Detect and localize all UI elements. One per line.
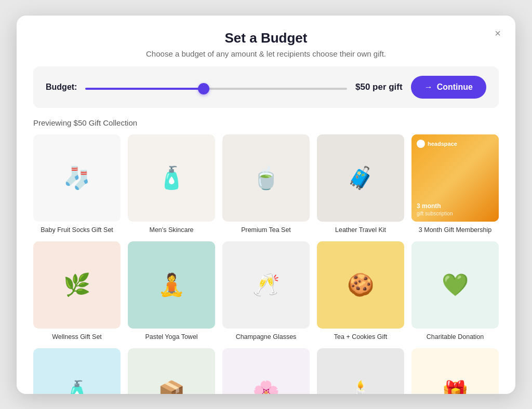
headspace-card: headspace 3 month gift subscription	[411, 134, 499, 222]
gift-label-baby-socks: Baby Fruit Socks Gift Set	[41, 226, 113, 234]
gift-item-baby-socks[interactable]: 🧦Baby Fruit Socks Gift Set	[33, 134, 121, 234]
gift-label-premium-tea: Premium Tea Set	[241, 226, 291, 234]
gift-icon-row3b: 📦	[158, 379, 185, 394]
gift-icon-baby-socks: 🧦	[63, 165, 90, 190]
gift-image-row3c: 🌸	[222, 348, 310, 394]
headspace-brand: headspace	[428, 141, 457, 147]
gift-item-row3a[interactable]: 🧴	[33, 348, 121, 394]
gift-icon-row3a: 🧴	[63, 379, 90, 394]
gift-item-leather-travel[interactable]: 🧳Leather Travel Kit	[317, 134, 404, 234]
headspace-type: gift subscription	[417, 211, 494, 216]
continue-button[interactable]: → Continue	[411, 76, 486, 99]
collection-section: Previewing $50 Gift Collection 🧦Baby Fru…	[17, 118, 515, 394]
gift-label-wellness: Wellness Gift Set	[52, 333, 102, 341]
gift-image-row3e: 🎁	[411, 348, 499, 394]
gift-image-yoga-towel: 🧘	[128, 241, 215, 329]
gift-item-champagne[interactable]: 🥂Champagne Glasses	[222, 241, 310, 341]
modal: Set a Budget Choose a budget of any amou…	[17, 16, 515, 394]
gift-label-champagne: Champagne Glasses	[236, 333, 297, 341]
gift-image-tea-cookies: 🍪	[317, 241, 404, 329]
gift-item-mens-skincare[interactable]: 🧴Men's Skincare	[128, 134, 215, 234]
gift-image-row3b: 📦	[128, 348, 215, 394]
gift-image-baby-socks: 🧦	[33, 134, 121, 222]
gift-label-tea-cookies: Tea + Cookies Gift	[334, 333, 387, 341]
continue-label: Continue	[437, 83, 473, 92]
gift-item-row3b[interactable]: 📦	[128, 348, 215, 394]
gift-image-mens-skincare: 🧴	[128, 134, 215, 222]
gift-icon-row3c: 🌸	[252, 379, 280, 394]
gift-label-charity: Charitable Donation	[427, 333, 484, 341]
gift-label-mens-skincare: Men's Skincare	[149, 226, 193, 234]
gift-label-yoga-towel: Pastel Yoga Towel	[145, 333, 197, 341]
gift-item-tea-cookies[interactable]: 🍪Tea + Cookies Gift	[317, 241, 404, 341]
gift-item-charity[interactable]: 💚Charitable Donation	[411, 241, 499, 341]
budget-amount: $50 per gift	[355, 82, 403, 92]
gift-image-wellness: 🌿	[33, 241, 121, 329]
close-button[interactable]: ×	[495, 28, 501, 38]
gift-icon-mens-skincare: 🧴	[158, 165, 185, 190]
budget-bar: Budget: $50 per gift → Continue	[33, 66, 499, 108]
gift-image-leather-travel: 🧳	[317, 134, 404, 222]
gift-icon-yoga-towel: 🧘	[158, 272, 185, 297]
gift-icon-premium-tea: 🍵	[252, 165, 280, 190]
headspace-duration: 3 month	[417, 202, 494, 211]
gift-image-row3d: 🕯️	[317, 348, 404, 394]
gift-icon-row3d: 🕯️	[347, 379, 374, 394]
gift-label-leather-travel: Leather Travel Kit	[335, 226, 386, 234]
modal-title: Set a Budget	[33, 30, 499, 46]
gift-image-champagne: 🥂	[222, 241, 310, 329]
gift-icon-tea-cookies: 🍪	[347, 272, 374, 297]
gift-image-row3a: 🧴	[33, 348, 121, 394]
slider-container	[85, 83, 347, 92]
modal-header: Set a Budget Choose a budget of any amou…	[17, 16, 515, 66]
gift-item-wellness[interactable]: 🌿Wellness Gift Set	[33, 241, 121, 341]
budget-slider[interactable]	[85, 88, 347, 90]
modal-wrapper: Set a Budget Choose a budget of any amou…	[0, 0, 532, 409]
headspace-logo: headspace	[417, 140, 457, 148]
gift-item-row3c[interactable]: 🌸	[222, 348, 310, 394]
gift-image-premium-tea: 🍵	[222, 134, 310, 222]
gift-item-headspace[interactable]: headspace 3 month gift subscription 3 Mo…	[411, 134, 499, 234]
gift-item-premium-tea[interactable]: 🍵Premium Tea Set	[222, 134, 310, 234]
gift-item-row3d[interactable]: 🕯️	[317, 348, 404, 394]
collection-title: Previewing $50 Gift Collection	[33, 118, 499, 127]
headspace-dot-icon	[417, 140, 425, 148]
gift-icon-charity: 💚	[442, 272, 469, 297]
gift-image-charity: 💚	[411, 241, 499, 329]
gift-item-yoga-towel[interactable]: 🧘Pastel Yoga Towel	[128, 241, 215, 341]
continue-arrow: →	[424, 83, 433, 92]
gift-icon-wellness: 🌿	[63, 272, 90, 297]
gift-item-row3e[interactable]: 🎁	[411, 348, 499, 394]
gift-icon-leather-travel: 🧳	[347, 165, 374, 190]
modal-subtitle: Choose a budget of any amount & let reci…	[33, 49, 499, 58]
budget-label: Budget:	[46, 83, 77, 92]
gift-grid: 🧦Baby Fruit Socks Gift Set🧴Men's Skincar…	[33, 134, 499, 394]
gift-image-headspace: headspace 3 month gift subscription	[411, 134, 499, 222]
gift-label-headspace: 3 Month Gift Membership	[419, 226, 491, 234]
gift-icon-champagne: 🥂	[252, 272, 280, 297]
gift-icon-row3e: 🎁	[442, 379, 469, 394]
